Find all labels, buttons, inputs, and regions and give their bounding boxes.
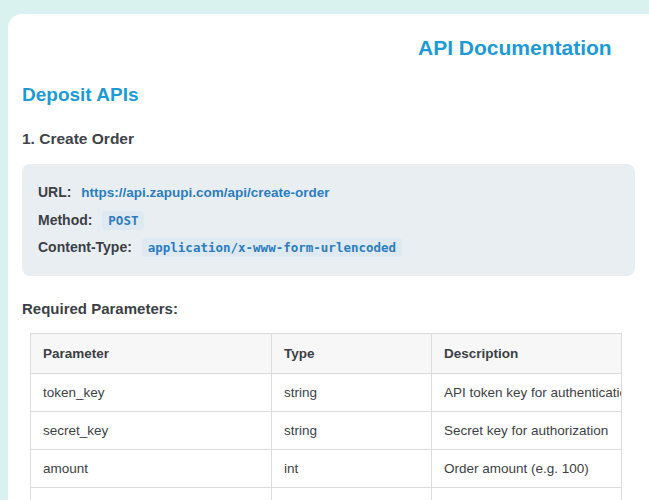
endpoint-info-box: URL: https://api.zapupi.com/api/create-o… xyxy=(22,164,635,276)
param-name-cell: token_key xyxy=(31,373,272,411)
subheading-create-order: 1. Create Order xyxy=(22,130,635,148)
method-label: Method: xyxy=(38,212,92,228)
content-card: API Documentation Deposit APIs 1. Create… xyxy=(8,14,649,500)
param-description-cell: Unique order ID (e.g. Abc123) xyxy=(432,487,622,500)
table-header-type: Type xyxy=(272,333,432,373)
content-type-label: Content-Type: xyxy=(38,239,132,255)
param-type-cell: int xyxy=(272,449,432,487)
param-type-cell: string xyxy=(272,373,432,411)
table-row: order_id string Unique order ID (e.g. Ab… xyxy=(31,487,622,500)
table-row: amount int Order amount (e.g. 100) xyxy=(31,449,622,487)
param-description-cell: API token key for authentication xyxy=(432,373,622,411)
url-label: URL: xyxy=(38,184,71,200)
parameters-table: Parameter Type Description token_key str… xyxy=(30,333,622,500)
param-name-cell: secret_key xyxy=(31,411,272,449)
param-type-cell: string xyxy=(272,411,432,449)
content-type-line: Content-Type: application/x-www-form-url… xyxy=(38,235,619,260)
param-name-cell: order_id xyxy=(31,487,272,500)
required-parameters-heading: Required Parameters: xyxy=(22,300,635,317)
url-line: URL: https://api.zapupi.com/api/create-o… xyxy=(38,180,619,205)
param-description-cell: Secret key for authorization xyxy=(432,411,622,449)
param-description-cell: Order amount (e.g. 100) xyxy=(432,449,622,487)
table-row: token_key string API token key for authe… xyxy=(31,373,622,411)
page-title: API Documentation xyxy=(22,36,635,60)
content-type-badge: application/x-www-form-urlencoded xyxy=(142,238,402,257)
table-header-parameter: Parameter xyxy=(31,333,272,373)
table-header-description: Description xyxy=(432,333,622,373)
method-badge: POST xyxy=(102,211,144,230)
table-header-row: Parameter Type Description xyxy=(31,333,622,373)
method-line: Method: POST xyxy=(38,208,619,233)
table-row: secret_key string Secret key for authori… xyxy=(31,411,622,449)
section-heading-deposit-apis: Deposit APIs xyxy=(22,84,635,106)
param-name-cell: amount xyxy=(31,449,272,487)
endpoint-url-link[interactable]: https://api.zapupi.com/api/create-order xyxy=(81,185,329,200)
param-type-cell: string xyxy=(272,487,432,500)
